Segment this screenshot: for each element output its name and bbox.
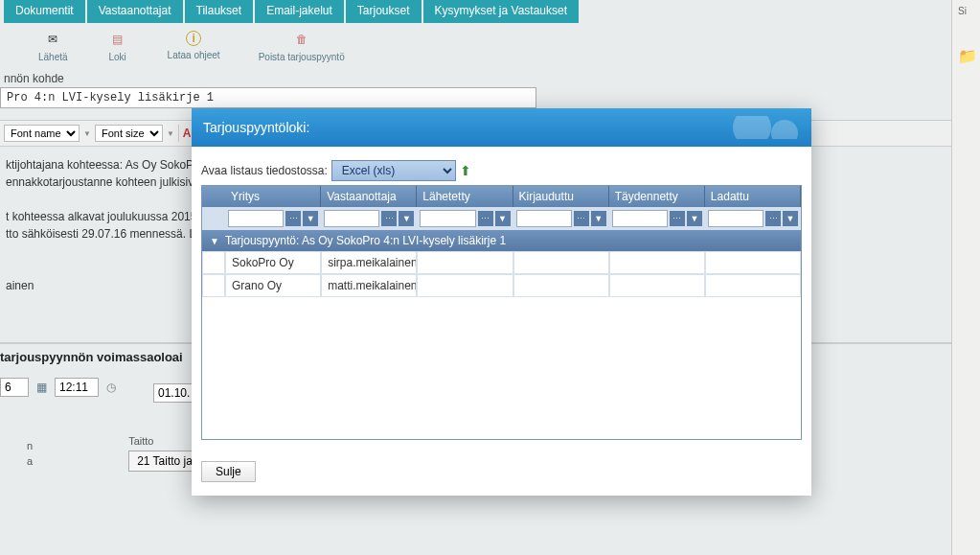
line-b: a (27, 455, 33, 467)
send-button[interactable]: ✉ Lähetä (38, 31, 68, 62)
modal-footer: Sulje (192, 450, 811, 496)
group-row[interactable]: ▼ Tarjouspyyntö: As Oy SokoPro 4:n LVI-k… (202, 230, 801, 251)
trash-icon: 🗑 (290, 31, 313, 48)
delete-label: Poista tarjouspyyntö (259, 52, 345, 62)
expand-col-header (202, 186, 225, 207)
info-icon: i (186, 31, 201, 46)
cell-ladattu (705, 274, 801, 297)
filter-icon[interactable]: ▼ (495, 211, 511, 226)
tab-kysymykset[interactable]: Kysymykset ja Vastaukset (423, 0, 580, 23)
log-modal: Tarjouspyyntöloki: Avaa listaus tiedosto… (192, 108, 811, 496)
grid-header: Yritys Vastaanottaja Lähetetty Kirjaudut… (202, 186, 801, 207)
toolbar: ✉ Lähetä ▤ Loki i Lataa ohjeet 🗑 Poista … (0, 23, 980, 70)
grid-body: SokoPro Oy sirpa.meikalainen@ Grano Oy m… (202, 251, 801, 439)
cell-vastaanottaja: matti.meikalainen@ (321, 274, 417, 297)
gears-icon (723, 116, 800, 139)
cell-lahetetty (417, 274, 513, 297)
filter-icon[interactable]: ▼ (591, 211, 606, 226)
collapse-icon[interactable]: ▼ (210, 236, 219, 246)
tab-emailjakelut[interactable]: Email-jakelut (255, 0, 344, 23)
log-label: Loki (108, 52, 125, 62)
folder-icon[interactable]: 📁 (952, 41, 980, 71)
col-taydennetty[interactable]: Täydennetty (609, 186, 705, 207)
cell-yritys: SokoPro Oy (225, 251, 321, 274)
cell-lahetetty (417, 251, 513, 274)
chevron-down-icon: ▼ (167, 129, 174, 138)
table-row[interactable]: SokoPro Oy sirpa.meikalainen@ (202, 251, 801, 274)
filter-icon[interactable]: ▼ (303, 211, 318, 226)
chevron-down-icon: ▼ (83, 129, 91, 138)
filter-kirjauduttu[interactable] (516, 210, 572, 227)
clock-icon[interactable]: ◷ (106, 381, 116, 394)
grid-empty-space (202, 297, 801, 439)
tab-vastaanottajat[interactable]: Vastaanottajat (87, 0, 183, 23)
cell-kirjauduttu (513, 251, 609, 274)
filter-icon[interactable]: ▼ (399, 211, 414, 226)
title-input[interactable] (0, 87, 536, 108)
send-label: Lähetä (38, 52, 68, 62)
time-input-1[interactable] (55, 378, 99, 397)
tab-tarjoukset[interactable]: Tarjoukset (346, 0, 422, 23)
group-label: Tarjouspyyntö: As Oy SokoPro 4:n LVI-kys… (225, 234, 506, 247)
open-file-label: Avaa listaus tiedostossa: (201, 164, 328, 177)
col-vastaanottaja[interactable]: Vastaanottaja (321, 186, 417, 207)
filter-vastaanottaja[interactable] (324, 210, 379, 227)
close-button[interactable]: Sulje (201, 461, 256, 482)
top-nav: Dokumentit Vastaanottajat Tilaukset Emai… (0, 0, 980, 23)
cell-taydennetty (609, 274, 705, 297)
filter-menu-icon[interactable]: ⋯ (478, 211, 493, 226)
export-icon[interactable]: ⬆ (460, 163, 471, 178)
filter-menu-icon[interactable]: ⋯ (670, 211, 685, 226)
filter-lahetetty[interactable] (420, 210, 475, 227)
table-row[interactable]: Grano Oy matti.meikalainen@ (202, 274, 801, 297)
col-kirjauduttu[interactable]: Kirjauduttu (513, 186, 609, 207)
modal-header: Tarjouspyyntöloki: (192, 108, 811, 147)
cell-vastaanottaja: sirpa.meikalainen@ (321, 251, 417, 274)
col-yritys[interactable]: Yritys (225, 186, 321, 207)
modal-title: Tarjouspyyntöloki: (203, 120, 309, 135)
log-grid: Yritys Vastaanottaja Lähetetty Kirjaudut… (201, 185, 802, 440)
log-button[interactable]: ▤ Loki (106, 31, 129, 62)
font-size-select[interactable]: Font size (95, 125, 163, 142)
help-button[interactable]: i Lataa ohjeet (168, 31, 220, 60)
grid-filter-row: ⋯▼ ⋯▼ ⋯▼ ⋯▼ ⋯▼ ⋯▼ (202, 207, 801, 230)
tab-tilaukset[interactable]: Tilaukset (185, 0, 254, 23)
format-select[interactable]: Excel (xls) (331, 160, 456, 181)
col-lahetetty[interactable]: Lähetetty (417, 186, 513, 207)
cell-kirjauduttu (513, 274, 609, 297)
filter-menu-icon[interactable]: ⋯ (574, 211, 589, 226)
cell-taydennetty (609, 251, 705, 274)
help-label: Lataa ohjeet (168, 50, 220, 60)
filter-menu-icon[interactable]: ⋯ (381, 211, 397, 226)
date-input-1[interactable] (0, 378, 29, 397)
section-label: nnön kohde (0, 72, 980, 87)
cell-yritys: Grano Oy (225, 274, 321, 297)
tab-dokumentit[interactable]: Dokumentit (4, 0, 85, 23)
separator (178, 125, 179, 142)
font-name-select[interactable]: Font name (4, 125, 80, 142)
log-icon: ▤ (106, 31, 129, 48)
filter-menu-icon[interactable]: ⋯ (285, 211, 301, 226)
filter-yritys[interactable] (228, 210, 284, 227)
cell-ladattu (705, 251, 801, 274)
sidebar-text: Si (952, 0, 980, 22)
filter-icon[interactable]: ▼ (687, 211, 702, 226)
envelope-icon: ✉ (41, 31, 64, 48)
delete-button[interactable]: 🗑 Poista tarjouspyyntö (259, 31, 345, 62)
line-a: n (27, 440, 33, 451)
filter-menu-icon[interactable]: ⋯ (765, 211, 781, 226)
col-ladattu[interactable]: Ladattu (705, 186, 801, 207)
filter-taydennetty[interactable] (612, 210, 668, 227)
calendar-icon[interactable]: ▦ (36, 381, 47, 394)
filter-icon[interactable]: ▼ (783, 211, 798, 226)
right-sidebar: Si 📁 (951, 0, 980, 555)
filter-ladattu[interactable] (708, 210, 763, 227)
